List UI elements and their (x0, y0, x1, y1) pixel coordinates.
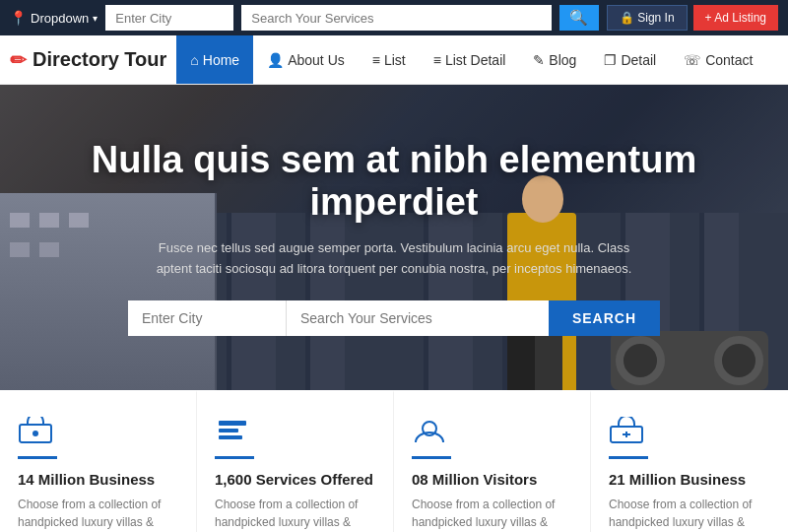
stat-icon-1 (18, 415, 178, 446)
nav-contact[interactable]: ☏ Contact (670, 35, 766, 84)
hero-content: Nulla quis sem at nibh elementum imperdi… (59, 139, 729, 337)
svg-rect-3 (219, 429, 238, 432)
hero-search-bar: SEARCH (128, 300, 660, 336)
location-dropdown[interactable]: 📍 Dropdown ▾ (10, 10, 98, 26)
stat-icon-line-4 (609, 456, 648, 459)
navbar: ✏ Directory Tour ⌂ Home 👤 About Us ≡ Lis… (0, 35, 788, 85)
stat-desc-3: Choose from a collection of handpicked l… (412, 496, 572, 532)
stat-desc-2: Choose from a collection of handpicked l… (215, 496, 375, 532)
svg-rect-4 (219, 435, 242, 439)
hero-search-button[interactable]: SEARCH (549, 300, 660, 336)
stat-title-1: 14 Million Business (18, 471, 178, 488)
stat-card-2: 1,600 Services Offered Choose from a col… (197, 390, 394, 532)
stat-card-1: 14 Million Business Choose from a collec… (0, 390, 197, 532)
nav-links: ⌂ Home 👤 About Us ≡ List ≡ List Detail ✎… (176, 35, 766, 84)
nav-detail[interactable]: ❐ Detail (590, 35, 670, 84)
logo-text: Directory Tour (33, 48, 166, 71)
stat-title-2: 1,600 Services Offered (215, 471, 375, 488)
stat-icon-3 (412, 415, 572, 446)
logo-icon: ✏ (10, 48, 27, 72)
blog-icon: ✎ (533, 52, 545, 68)
topbar-service-input[interactable] (241, 5, 552, 31)
logo[interactable]: ✏ Directory Tour (10, 48, 166, 72)
topbar-city-input[interactable] (105, 5, 233, 31)
hero-title: Nulla quis sem at nibh elementum imperdi… (89, 139, 699, 225)
svg-rect-2 (219, 421, 246, 426)
stat-card-3: 08 Million Visitors Choose from a collec… (394, 390, 591, 532)
detail-icon: ❐ (604, 52, 617, 68)
top-bar-actions: 🔒 Sign In + Ad Listing (607, 5, 778, 31)
stat-title-4: 21 Million Business (609, 471, 770, 488)
stat-desc-4: Choose from a collection of handpicked l… (609, 496, 770, 532)
list-detail-icon: ≡ (433, 52, 441, 68)
stat-icon-line-3 (412, 456, 451, 459)
nav-list-detail[interactable]: ≡ List Detail (420, 35, 520, 84)
nav-blog[interactable]: ✎ Blog (519, 35, 590, 84)
topbar-search-button[interactable]: 🔍 (559, 5, 599, 31)
stat-icon-line-2 (215, 456, 254, 459)
dropdown-label: Dropdown (31, 11, 89, 26)
stat-icon-4 (609, 415, 770, 446)
search-icon: 🔍 (569, 9, 588, 27)
svg-point-1 (33, 431, 38, 436)
stat-title-3: 08 Million Visitors (412, 471, 572, 488)
nav-list[interactable]: ≡ List (359, 35, 420, 84)
stats-section: 14 Million Business Choose from a collec… (0, 390, 788, 532)
stat-icon-line-1 (18, 456, 57, 459)
hero-section: Nulla quis sem at nibh elementum imperdi… (0, 85, 788, 390)
hero-city-input[interactable] (128, 300, 286, 336)
stat-card-4: 21 Million Business Choose from a collec… (591, 390, 788, 532)
pin-icon: 📍 (10, 10, 27, 26)
home-icon: ⌂ (190, 52, 198, 68)
ad-listing-button[interactable]: + Ad Listing (693, 5, 778, 31)
nav-home[interactable]: ⌂ Home (176, 35, 253, 84)
stat-icon-2 (215, 415, 375, 446)
contact-icon: ☏ (684, 52, 701, 68)
top-bar: 📍 Dropdown ▾ 🔍 🔒 Sign In + Ad Listing (0, 0, 788, 35)
signin-button[interactable]: 🔒 Sign In (607, 5, 688, 31)
nav-about[interactable]: 👤 About Us (253, 35, 359, 84)
signin-icon: 🔒 (620, 11, 637, 25)
list-icon: ≡ (372, 52, 380, 68)
caret-icon: ▾ (93, 13, 98, 24)
hero-service-input[interactable] (286, 300, 549, 336)
stat-desc-1: Choose from a collection of handpicked l… (18, 496, 178, 532)
hero-subtitle: Fusce nec tellus sed augue semper porta.… (148, 238, 640, 280)
user-icon: 👤 (267, 52, 284, 68)
